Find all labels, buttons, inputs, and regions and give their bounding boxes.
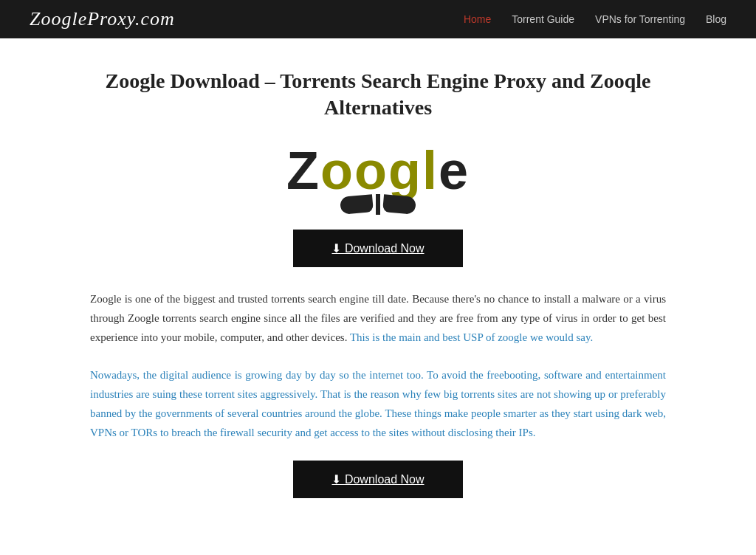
logo-z: Z	[286, 141, 320, 200]
main-nav: Home Torrent Guide VPNs for Torrenting B…	[464, 13, 726, 25]
mustache-right	[382, 194, 416, 215]
main-content: Zoogle Download – Torrents Search Engine…	[75, 38, 681, 555]
paragraph-2: Nowadays, the digital audience is growin…	[90, 365, 666, 443]
zoogle-logo: Zoogle	[286, 144, 470, 215]
nav-vpns[interactable]: VPNs for Torrenting	[595, 13, 685, 25]
page-title: Zoogle Download – Torrents Search Engine…	[90, 68, 666, 122]
download-button-1[interactable]: ⬇ Download Now	[293, 230, 463, 267]
zoogle-logo-container: Zoogle	[90, 144, 666, 215]
download-button-2[interactable]: ⬇ Download Now	[293, 461, 463, 498]
mustache-center	[376, 194, 380, 215]
zoogle-logo-text: Zoogle	[286, 144, 470, 197]
site-logo[interactable]: ZoogleProxy.com	[30, 8, 175, 30]
nav-blog[interactable]: Blog	[706, 13, 726, 25]
nav-home[interactable]: Home	[464, 13, 491, 25]
paragraph-2-text: Nowadays, the digital audience is growin…	[90, 369, 666, 439]
logo-e: e	[439, 141, 470, 200]
paragraph-1: Zoogle is one of the biggest and trusted…	[90, 289, 666, 348]
paragraph-1-highlight: This is the main and best USP of zoogle …	[350, 331, 593, 343]
nav-torrent-guide[interactable]: Torrent Guide	[512, 13, 574, 25]
site-header: ZoogleProxy.com Home Torrent Guide VPNs …	[0, 0, 756, 38]
mustache-left	[340, 194, 374, 215]
